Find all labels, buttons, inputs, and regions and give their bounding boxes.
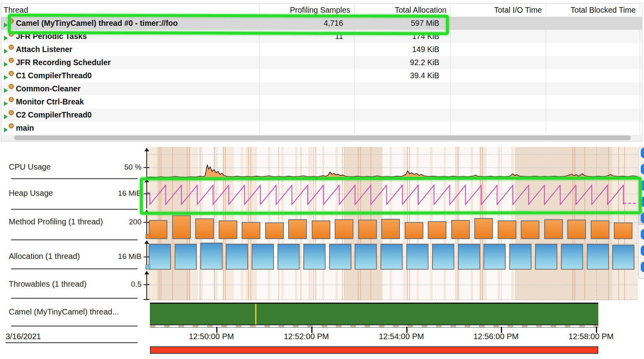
thread-lifespan-bar[interactable] [150,303,598,324]
axis-line-cpu [146,151,147,178]
axis-arrow-cpu [144,148,149,151]
method-bar [219,220,237,239]
gear-icon: ⚙ [8,44,14,52]
lane-ytick-throwables: 0.5 [95,280,142,289]
thread-icon: ⚙ [4,110,14,120]
label-separator [11,239,138,240]
thread-name-cell: ⚙C2 CompilerThread0 [1,110,259,120]
lane-label-alloc: Allocation (1 thread) [9,252,80,261]
thread-name-cell: ⚙JFR Recording Scheduler [1,58,259,68]
column-header-total-allocation[interactable]: Total Allocation [354,4,450,16]
time-axis-tick [406,327,407,333]
total-allocation-cell: 39.4 KiB [354,71,450,80]
running-triangle-icon [4,23,8,27]
method-bar [521,220,539,239]
profiling-samples-cell: 4,716 [259,19,354,28]
method-chart[interactable] [146,210,638,239]
method-bar [242,222,260,239]
lane-label-cpu: CPU Usage [9,162,51,172]
axis-tick-alloc [144,257,149,257]
alloc-chart[interactable] [146,241,638,270]
column-divider[interactable] [450,4,451,134]
zoom-toolbar-button[interactable] [641,245,644,256]
jfr-threads-view: Thread Profiling Samples Total Allocatio… [0,0,644,359]
zoom-toolbar-button[interactable] [641,229,644,239]
column-divider[interactable] [354,4,355,134]
method-bar [195,218,214,239]
zoom-toolbar-button[interactable] [641,213,644,223]
thread-icon: ⚙ [4,31,14,42]
alloc-bar [380,244,403,270]
zoom-toolbar-button[interactable] [641,148,644,158]
thread-name: main [16,124,34,133]
alloc-bar [561,244,583,270]
zoom-toolbar-button[interactable] [641,164,644,174]
cpu-usage-chart[interactable] [146,149,638,178]
lane-label-thread: Camel (MyTinyCamel) thread... [9,307,119,317]
thread-name-cell: ⚙Camel (MyTinyCamel) thread #0 - timer:/… [1,18,259,29]
alloc-bar [329,244,351,270]
horizontal-gridline [146,299,638,300]
zoom-toolbar-button[interactable] [641,197,644,207]
method-bar [614,222,632,239]
time-axis-tick [501,327,502,333]
column-header-total-blocked-time[interactable]: Total Blocked Time [546,4,640,16]
profiling-samples-cell: 11 [259,32,354,41]
method-bar [358,220,377,239]
gear-icon: ⚙ [8,97,14,104]
thread-name: Attach Listener [16,45,72,54]
method-bar [335,219,353,239]
thread-name: Monitor Ctrl-Break [16,97,84,106]
axis-tick-method [144,222,149,223]
column-divider[interactable] [546,4,546,134]
gear-icon: ⚙ [8,84,14,91]
axis-line-heap [146,182,147,208]
column-header-thread[interactable]: Thread [1,4,259,16]
horizontal-scrollbar-thumb[interactable] [14,135,631,140]
thread-name: C1 CompilerThread0 [16,71,92,80]
thread-name: C2 CompilerThread0 [16,110,92,120]
method-bar [149,220,167,239]
total-allocation-cell: 149 KiB [354,45,450,54]
thread-icon: ⚙ [4,71,14,81]
method-bar [172,215,191,239]
alloc-bar [226,244,248,270]
running-triangle-icon [4,36,8,41]
alloc-bar [200,243,223,270]
time-axis-label: 12:58:00 PM [568,332,613,341]
column-header-profiling-samples[interactable]: Profiling Samples [259,4,354,16]
thread-name-cell: ⚙Monitor Ctrl-Break [1,97,259,107]
column-header-total-io-time[interactable]: Total I/O Time [450,4,546,16]
axis-tick-cpu [144,167,149,168]
heap-usage-chart[interactable] [146,180,638,208]
thread-icon: ⚙ [4,97,14,107]
alloc-bar [458,244,480,270]
alloc-bar [277,244,300,270]
column-divider[interactable] [640,4,640,134]
zoom-toolbar-button[interactable] [641,180,644,191]
column-divider[interactable] [259,4,260,134]
lane-label-method: Method Profiling (1 thread) [9,217,103,226]
alloc-bar [509,244,531,270]
lane-label-throwables: Throwables (1 thread) [9,280,87,289]
method-bar [498,220,516,239]
date-label: 3/16/2021 [6,332,41,341]
timeline-range-scrollbar[interactable] [150,346,598,354]
alloc-bar [406,244,429,270]
time-axis-labels: 12:50:00 PM12:52:00 PM12:54:00 PM12:56:0… [150,332,615,342]
alloc-bar [432,244,454,270]
horizontal-scrollbar[interactable] [1,135,642,141]
gear-icon: ⚙ [8,71,14,78]
alloc-bar [587,244,609,270]
time-axis-label: 12:56:00 PM [473,332,518,341]
axis-arrow-alloc [144,240,149,244]
axis-line-throwables [146,274,147,300]
lane-ytick-cpu: 50 % [95,163,142,172]
running-triangle-icon [4,101,8,106]
cpu-area-svg [146,149,638,178]
time-axis-label: 12:54:00 PM [379,332,424,341]
thread-icon: ⚙ [4,18,14,29]
zoom-toolbar-button[interactable] [641,262,644,272]
lane-label-heap: Heap Usage [9,189,53,198]
alloc-legend-square [145,264,150,269]
